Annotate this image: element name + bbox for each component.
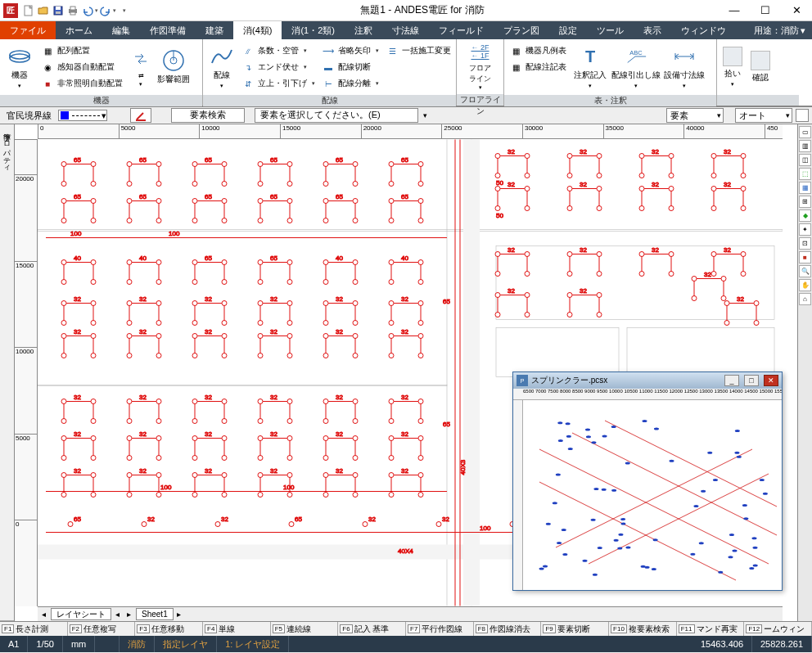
sheet-add[interactable]: ▸: [174, 610, 185, 619]
pickup-button[interactable]: 拾い▾: [719, 41, 747, 93]
status-layer-num[interactable]: 1: レイヤ設定: [217, 636, 289, 652]
status-scale[interactable]: 1/50: [28, 636, 62, 652]
wire-cut-button[interactable]: ▬配線切断: [318, 59, 382, 75]
tool-3[interactable]: ◫: [799, 154, 811, 166]
tab-annotation[interactable]: 注釈: [345, 21, 382, 39]
tool-5[interactable]: ▦: [799, 182, 811, 194]
tab-home[interactable]: ホーム: [56, 21, 102, 39]
fk-f12[interactable]: F12ームウィン: [744, 622, 812, 636]
layer-sheet-tab[interactable]: レイヤシート: [51, 608, 111, 620]
tab-tools[interactable]: ツール: [587, 21, 634, 39]
wire-leader-button[interactable]: ABC 配線引出し線▾: [611, 41, 661, 93]
tab-window[interactable]: ウィンドウ: [671, 21, 736, 39]
fk-f5[interactable]: F5連続線: [271, 622, 339, 636]
tool-6[interactable]: ⊞: [799, 196, 811, 208]
tool-pan[interactable]: ✋: [799, 279, 811, 291]
maximize-button[interactable]: ☐: [750, 0, 781, 21]
tool-7[interactable]: ◆: [799, 209, 811, 222]
omit-arrow-button[interactable]: ⟶省略矢印▾: [318, 43, 382, 59]
rise-drop-button[interactable]: ⇵立上・引下げ▾: [238, 75, 318, 92]
close-button[interactable]: ✕: [781, 0, 812, 21]
cond-count-button[interactable]: ⫽条数・空管▾: [238, 43, 318, 59]
status-mode[interactable]: 消防: [120, 636, 155, 652]
tab-file[interactable]: ファイル: [0, 21, 56, 39]
preview-max-button[interactable]: □: [744, 375, 759, 386]
tab-field[interactable]: フィールド: [429, 21, 494, 39]
usage-selector[interactable]: 用途： 消防 ▾: [749, 21, 812, 39]
tab-view[interactable]: 表示: [634, 21, 671, 39]
linestyle-selector[interactable]: ▾: [58, 110, 107, 121]
fk-f8[interactable]: F8作図線消去: [474, 622, 542, 636]
tool-zoom[interactable]: 🔍: [799, 265, 811, 277]
tab-plan[interactable]: プラン図: [494, 21, 549, 39]
qa-save-icon[interactable]: [52, 4, 65, 17]
qa-redo-icon[interactable]: [99, 4, 112, 17]
device-button[interactable]: 機器 ▾: [2, 41, 38, 93]
preview-canvas[interactable]: [523, 400, 782, 590]
emerg-light-auto-button[interactable]: ■非常照明自動配置: [38, 75, 126, 92]
tool-2[interactable]: ▥: [799, 140, 811, 152]
tab-settings[interactable]: 設定: [549, 21, 587, 39]
swap-button[interactable]: ⇄ ▾: [126, 41, 156, 93]
select-mode-dropdown[interactable]: 要素: [666, 108, 724, 123]
fk-f4[interactable]: F4単線: [203, 622, 271, 636]
qa-new-icon[interactable]: [22, 4, 35, 17]
fk-f7[interactable]: F7平行作図線: [406, 622, 474, 636]
batch-change-button[interactable]: ☰一括施工変更: [382, 43, 454, 59]
status-layer-mode[interactable]: 指定レイヤ: [155, 636, 217, 652]
qa-print-icon[interactable]: [66, 4, 79, 17]
tool-4[interactable]: ⬚: [799, 168, 811, 180]
fk-f3[interactable]: F3任意移動: [135, 622, 203, 636]
element-search-button[interactable]: 要素検索: [171, 108, 245, 123]
fk-f10[interactable]: F10複要素検索: [609, 622, 677, 636]
floor-2f-button[interactable]: ← 2F: [471, 43, 489, 52]
minimize-button[interactable]: ―: [719, 0, 750, 21]
preview-min-button[interactable]: _: [724, 375, 739, 386]
svg-point-272: [91, 399, 96, 404]
preview-window[interactable]: P スプリンクラー.pcsx _ □ ✕ 6500 7000 7500 8000…: [512, 372, 783, 591]
qa-open-icon[interactable]: [37, 4, 50, 17]
legend-table-button[interactable]: ▦機器凡例表: [506, 43, 570, 59]
end-down-button[interactable]: ↴エンド伏せ▾: [238, 59, 318, 75]
fk-f11[interactable]: F11マンド再実: [677, 622, 745, 636]
fk-f1[interactable]: F1長さ計測: [0, 622, 68, 636]
floor-1f-button[interactable]: ← 1F: [471, 52, 489, 60]
tool-home[interactable]: ⌂: [799, 293, 811, 305]
qa-undo-icon[interactable]: [81, 4, 94, 17]
wiring-note-button[interactable]: ▦配線注記表: [506, 59, 570, 75]
wire-split-button[interactable]: ⊢配線分離▾: [318, 75, 382, 92]
tab-edit[interactable]: 編集: [102, 21, 140, 39]
equip-dim-button[interactable]: 設備寸法線▾: [661, 41, 707, 93]
left-tab-1[interactable]: 簿準プロパティ: [0, 124, 14, 621]
coverage-button[interactable]: 影響範囲: [156, 41, 192, 93]
tool-1[interactable]: ▭: [799, 126, 811, 138]
status-unit[interactable]: mm: [63, 636, 95, 652]
confirm-button[interactable]: 確認: [747, 41, 774, 93]
tab-building[interactable]: 建築: [196, 21, 233, 39]
tool-10[interactable]: ■: [799, 251, 811, 263]
svg-point-457: [567, 206, 572, 211]
tab-drawprep[interactable]: 作図準備: [140, 21, 196, 39]
tool-8[interactable]: ✦: [799, 223, 811, 236]
wiring-button[interactable]: 配線 ▾: [205, 41, 238, 93]
note-input-button[interactable]: T 注釈記入▾: [570, 41, 611, 93]
tab-fire12[interactable]: 消(1・2類): [282, 21, 345, 39]
sheet-nav-first[interactable]: ◂: [38, 610, 49, 619]
preview-close-button[interactable]: ✕: [764, 375, 778, 386]
snap-mode-dropdown[interactable]: オート: [735, 108, 792, 123]
sheet-nav-prev[interactable]: ◂: [111, 610, 123, 619]
sheet1-tab[interactable]: Sheet1: [136, 608, 174, 620]
fk-f9[interactable]: F9要素切断: [541, 622, 609, 636]
snap-option-button[interactable]: [796, 109, 809, 122]
svg-point-136: [156, 260, 161, 265]
status-paper[interactable]: A1: [0, 636, 28, 652]
tab-fire4[interactable]: 消(4類): [233, 21, 282, 39]
tab-dimension[interactable]: 寸法線: [382, 21, 429, 39]
tool-9[interactable]: ⊡: [799, 237, 811, 250]
pen-color-button[interactable]: [130, 108, 151, 123]
detector-auto-button[interactable]: ◉感知器自動配置: [38, 59, 126, 75]
sheet-nav-next[interactable]: ▸: [123, 610, 134, 619]
array-place-button[interactable]: ▦配列配置: [38, 43, 126, 59]
fk-f2[interactable]: F2任意複写: [68, 622, 136, 636]
fk-f6[interactable]: F6記入 基準: [338, 622, 406, 636]
